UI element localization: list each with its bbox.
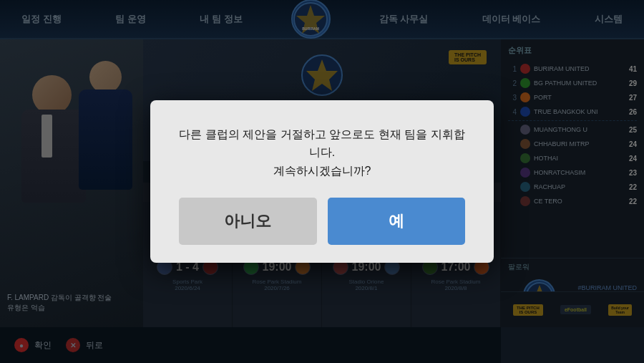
modal-overlay: 다른 클럽의 제안을 거절하고 앞으로도 현재 팀을 지휘합니다. 계속하시겠습… bbox=[0, 0, 644, 363]
modal-yes-button[interactable]: 예 bbox=[328, 198, 466, 245]
modal-buttons: 아니오 예 bbox=[179, 198, 465, 245]
modal-no-button[interactable]: 아니오 bbox=[179, 198, 317, 245]
modal-line-1: 다른 클럽의 제안을 거절하고 앞으로도 현재 팀을 지휘합니다. bbox=[179, 128, 464, 159]
modal-message: 다른 클럽의 제안을 거절하고 앞으로도 현재 팀을 지휘합니다. 계속하시겠습… bbox=[179, 125, 465, 180]
modal-dialog: 다른 클럽의 제안을 거절하고 앞으로도 현재 팀을 지휘합니다. 계속하시겠습… bbox=[150, 100, 494, 263]
modal-line-2: 계속하시겠습니까? bbox=[273, 165, 371, 177]
